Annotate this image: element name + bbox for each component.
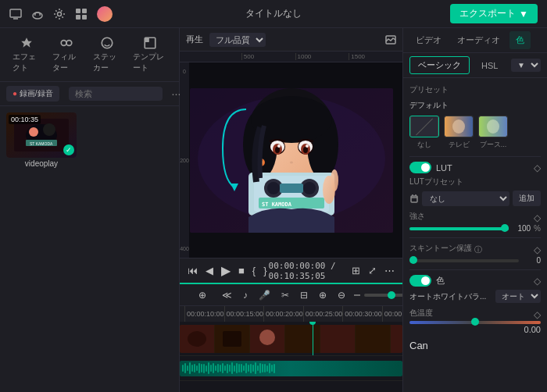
svg-rect-76 — [320, 325, 355, 353]
clip-frame-1 — [180, 325, 214, 353]
chevron-left-button[interactable]: ≪ — [219, 288, 235, 302]
vertical-ruler: 0200400 — [180, 62, 189, 258]
sticker-icon — [100, 36, 114, 50]
export-button[interactable]: エクスポート ▼ — [450, 4, 538, 23]
svg-text:ST KAMODA: ST KAMODA — [262, 201, 292, 208]
skintone-reset-icon[interactable]: ◇ — [534, 244, 541, 255]
strength-slider-fill — [409, 227, 509, 230]
delete-lut-icon[interactable] — [409, 194, 419, 203]
top-bar-left-icons — [9, 6, 113, 22]
settings-icon[interactable] — [53, 8, 66, 20]
color-mode-dropdown[interactable]: ▼ — [511, 59, 541, 72]
color-label: 色 — [436, 275, 445, 287]
divider-3 — [409, 269, 541, 270]
video-thumbnail[interactable]: ST KAMODA 00:10:35 ✓ — [6, 112, 77, 158]
svg-point-10 — [66, 41, 72, 46]
lut-preset-label: LUTプリセット — [409, 176, 541, 187]
minus-button[interactable]: ⊖ — [334, 288, 349, 302]
preset-tv[interactable]: テレビ — [444, 116, 474, 150]
quality-select[interactable]: フル品質 — [209, 33, 266, 47]
fullscreen-button[interactable]: ⤢ — [366, 263, 378, 278]
image-icon — [385, 34, 396, 45]
svg-rect-77 — [356, 325, 390, 353]
bracket-left-button[interactable]: { — [251, 263, 257, 278]
playhead[interactable] — [313, 322, 313, 355]
svg-rect-78 — [391, 325, 402, 353]
strength-reset-icon[interactable]: ◇ — [534, 212, 541, 223]
svg-point-22 — [43, 123, 55, 136]
color-toggle[interactable] — [409, 275, 431, 287]
zoom-out-icon[interactable] — [353, 291, 361, 299]
tab-filter[interactable]: フィルター — [46, 33, 86, 77]
skip-back-button[interactable]: ⏮ — [186, 263, 199, 278]
lut-add-button[interactable]: 追加 — [513, 191, 541, 206]
tab-video[interactable]: ビデオ — [409, 31, 448, 49]
preset-boost-image — [479, 116, 507, 137]
prev-frame-button[interactable]: ◀ — [204, 263, 215, 278]
template-icon — [143, 36, 157, 50]
media-thumb-container: ST KAMODA 00:10:35 ✓ videoplay — [6, 112, 77, 168]
clip-frame-2 — [215, 325, 249, 353]
sub-tab-hsl[interactable]: HSL — [473, 58, 506, 73]
user-avatar[interactable] — [97, 6, 113, 22]
center-timeline: 再生 フル品質 500 1000 1500 0200400 — [180, 28, 402, 392]
stop-button[interactable]: ■ — [237, 263, 246, 278]
cut-button[interactable]: ✂ — [278, 288, 292, 302]
color-reset-icon[interactable]: ◇ — [534, 276, 541, 287]
can-text-container: Can — [409, 340, 541, 355]
color-temp-value-row: 0.00 — [409, 324, 541, 335]
auto-white-row: オートホワイトバラ... オート — [409, 290, 541, 303]
tab-sticker[interactable]: ステッカー — [87, 33, 127, 77]
lut-label: LUT — [436, 163, 452, 173]
color-temp-row: 色温度 ◇ 0.00 — [409, 308, 541, 335]
video-clip-main[interactable] — [180, 325, 402, 353]
skintone-row: スキントーン保護 ⓘ ◇ 0 — [409, 243, 541, 265]
clip-frame-6 — [356, 325, 390, 353]
svg-point-43 — [306, 144, 309, 148]
preset-section-label: プリセット — [409, 84, 541, 95]
right-panel: ビデオ オーディオ 色 ベーシック HSL ▼ プリセット デフォルト — [402, 28, 547, 392]
strength-slider[interactable] — [409, 227, 509, 230]
music-button[interactable]: ♪ — [240, 288, 251, 302]
play-button[interactable]: ▶ — [220, 262, 232, 280]
layout-button[interactable]: ⊞ — [350, 263, 362, 278]
svg-point-9 — [61, 41, 66, 46]
zoom-slider[interactable] — [364, 294, 402, 297]
svg-point-2 — [33, 12, 42, 19]
preset-boost[interactable]: ブース... — [478, 116, 508, 150]
svg-point-42 — [277, 144, 281, 148]
lut-toggle[interactable] — [409, 162, 431, 173]
svg-point-21 — [29, 127, 38, 137]
audio-waveform — [180, 361, 402, 376]
preview-ruler: 500 1000 1500 — [180, 52, 402, 62]
split-button[interactable]: ⊟ — [297, 288, 311, 302]
grid-icon — [75, 8, 88, 20]
auto-white-select[interactable]: オート — [495, 290, 541, 303]
tab-effects[interactable]: エフェクト — [6, 33, 46, 77]
search-input[interactable] — [69, 87, 163, 101]
preset-none[interactable]: なし — [409, 116, 439, 150]
tab-audio[interactable]: オーディオ — [451, 31, 506, 49]
color-temp-reset-icon[interactable]: ◇ — [534, 309, 541, 320]
lut-value-select[interactable]: なし — [422, 191, 509, 206]
tab-color[interactable]: 色 — [509, 31, 531, 49]
left-panel: エフェクト フィルター ステッカー テンプレート ● 録画/録音 ··· — [0, 28, 180, 392]
svg-point-40 — [275, 147, 280, 153]
sub-tab-basic[interactable]: ベーシック — [409, 56, 470, 74]
ctrl-btns-left: ⏮ ◀ ▶ ■ { } — [186, 262, 269, 280]
color-temp-slider[interactable] — [409, 321, 541, 324]
lut-reset-icon[interactable]: ◇ — [534, 162, 541, 173]
tab-template[interactable]: テンプレート — [127, 33, 173, 77]
copy-button[interactable]: ⊕ — [316, 288, 330, 302]
ruler-tick: 1000 — [295, 53, 349, 60]
add-track-button[interactable]: ⊕ — [195, 288, 209, 302]
skintone-slider[interactable] — [409, 259, 519, 262]
svg-rect-75 — [285, 325, 320, 353]
svg-rect-4 — [76, 9, 80, 13]
mic-button[interactable]: 🎤 — [256, 288, 274, 302]
strength-slider-thumb — [501, 224, 509, 232]
audio-clip-main[interactable] — [180, 361, 402, 376]
bracket-right-button[interactable]: } — [262, 263, 268, 278]
more-button[interactable]: ⋯ — [383, 263, 396, 278]
record-button[interactable]: ● 録画/録音 — [6, 86, 59, 102]
